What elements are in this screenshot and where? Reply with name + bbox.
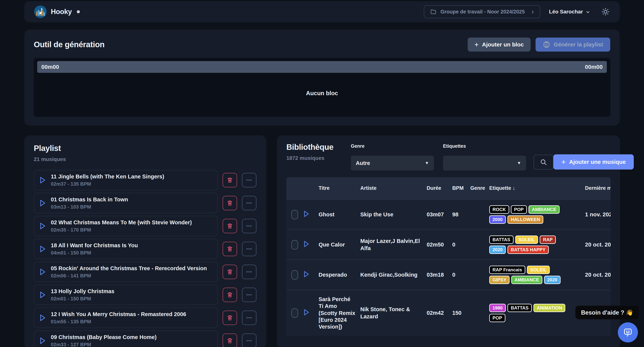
delete-song-button[interactable]	[223, 242, 237, 256]
generation-tool-card: Outil de génération + Ajouter un bloc Gé…	[24, 30, 620, 126]
play-icon[interactable]	[40, 176, 46, 184]
add-block-button[interactable]: + Ajouter un bloc	[468, 38, 530, 52]
user-menu[interactable]: Léo Sarochar	[549, 9, 590, 15]
search-button[interactable]	[534, 155, 553, 170]
ellipsis-icon: ...	[246, 244, 252, 251]
play-icon[interactable]	[40, 222, 46, 230]
sort-desc-icon: ↓	[512, 185, 515, 191]
more-options-button[interactable]: ...	[242, 219, 256, 233]
playlist-song-card[interactable]: 05 Rockin' Around the Christmas Tree - R…	[34, 262, 218, 282]
top-bar: Hooky Groupe de travail - Noor 2024/2025…	[24, 1, 620, 22]
generate-playlist-button[interactable]: Générer la playlist	[536, 38, 610, 52]
more-options-button[interactable]: ...	[242, 173, 256, 187]
more-options-button[interactable]: ...	[242, 310, 256, 325]
delete-song-button[interactable]	[223, 265, 237, 279]
genre-select[interactable]: Autre ▼	[351, 156, 434, 170]
play-icon[interactable]	[40, 245, 46, 252]
playlist-item: 12 I Wish You A Merry Christmas - Remast…	[34, 308, 257, 328]
col-header-duration[interactable]: Durée	[427, 184, 452, 192]
playlist-count: 21 musiques	[34, 156, 257, 162]
row-title: Que Calor	[318, 241, 360, 248]
song-title: 09 Christmas (Baby Please Come Home)	[51, 334, 157, 340]
delete-song-button[interactable]	[223, 334, 237, 347]
tags-select[interactable]: ▼	[443, 156, 526, 170]
tag-badge: AMBIANCE	[511, 276, 542, 284]
row-checkbox[interactable]	[291, 270, 298, 280]
playlist-song-card[interactable]: 13 Holly Jolly Christmas 02m01 - 150 BPM	[34, 284, 218, 305]
trash-icon	[226, 200, 233, 206]
tag-badge: SOLEIL	[515, 236, 538, 244]
row-tags: 1980BATTASANIMATIONPOP	[489, 304, 571, 322]
add-music-button[interactable]: + Ajouter une musique	[553, 154, 634, 170]
song-meta: 02m35 - 170 BPM	[51, 227, 192, 233]
add-music-label: Ajouter une musique	[569, 159, 626, 165]
play-icon[interactable]	[40, 268, 46, 276]
delete-song-button[interactable]	[223, 173, 237, 187]
more-options-button[interactable]: ...	[242, 196, 256, 210]
tag-badge: BATTAS	[489, 236, 514, 244]
tag-badge: RAP	[540, 236, 556, 244]
row-duration: 02m42	[427, 310, 452, 316]
more-options-button[interactable]: ...	[242, 265, 256, 279]
song-title: 05 Rockin' Around the Christmas Tree - R…	[51, 265, 207, 272]
row-checkbox[interactable]	[291, 308, 298, 318]
play-icon[interactable]	[304, 240, 310, 248]
playlist-song-card[interactable]: 01 Christmas Is Back in Town 03m13 - 103…	[34, 193, 218, 213]
delete-song-button[interactable]	[223, 310, 237, 325]
hooky-logo-icon	[34, 6, 47, 18]
library-card: Bibliothèque 1872 musiques Genre Autre ▼…	[277, 136, 620, 347]
playlist-title: Playlist	[34, 144, 257, 153]
library-table-row: Sarà Perché Ti Amo (Scotty Remix [Euro 2…	[286, 290, 610, 336]
ellipsis-icon: ...	[246, 176, 252, 182]
song-title: 01 Christmas Is Back in Town	[51, 196, 128, 203]
timeline-start: 00m00	[41, 64, 59, 70]
col-header-title[interactable]: Titre	[318, 184, 360, 192]
col-header-bpm[interactable]: BPM	[452, 184, 470, 192]
col-header-tag[interactable]: Etiquette ↓	[489, 184, 585, 192]
tag-badge: ANIMATION	[534, 304, 565, 312]
theme-toggle-button[interactable]	[601, 8, 610, 16]
delete-song-button[interactable]	[223, 288, 237, 302]
song-meta: 02m06 - 141 BPM	[51, 273, 207, 279]
play-icon[interactable]	[40, 337, 46, 344]
play-icon[interactable]	[40, 200, 46, 207]
trash-icon	[226, 269, 233, 275]
song-title: 11 Jingle Bells (with The Ken Lane Singe…	[51, 174, 164, 180]
playlist-song-card[interactable]: 02 What Christmas Means To Me (with Stev…	[34, 216, 218, 236]
playlist-song-card[interactable]: 18 All I Want for Christmas Is You 04m01…	[34, 239, 218, 259]
delete-song-button[interactable]	[223, 196, 237, 210]
workspace-selector-button[interactable]: Groupe de travail - Noor 2024/2025 ›	[424, 5, 540, 18]
more-options-button[interactable]: ...	[242, 242, 256, 256]
play-icon[interactable]	[304, 309, 310, 316]
row-tags: BATTASSOLEILRAP2020BATTAS HAPPY	[489, 236, 571, 254]
status-dot	[77, 10, 80, 13]
row-title: Ghost	[318, 211, 360, 218]
play-icon[interactable]	[40, 314, 46, 322]
play-icon[interactable]	[40, 291, 46, 298]
chat-support-button[interactable]	[618, 322, 638, 342]
col-header-genre[interactable]: Genre	[470, 184, 489, 192]
playlist-song-card[interactable]: 12 I Wish You A Merry Christmas - Remast…	[34, 308, 218, 328]
playlist-song-card[interactable]: 11 Jingle Bells (with The Ken Lane Singe…	[34, 170, 218, 190]
tag-badge: SOLEIL	[527, 266, 550, 274]
playlist-song-card[interactable]: 09 Christmas (Baby Please Come Home) 02m…	[34, 330, 218, 347]
genre-select-value: Autre	[356, 160, 370, 166]
col-header-modified[interactable]: Dernière modification	[585, 184, 610, 192]
play-icon[interactable]	[304, 210, 310, 217]
tag-badge: BATTAS HAPPY	[508, 246, 548, 254]
trash-icon	[226, 246, 233, 252]
more-options-button[interactable]: ...	[242, 288, 256, 302]
row-artist: Major Lazer,J Balvin,El Alfa	[360, 238, 427, 252]
chevron-down-icon	[586, 10, 590, 14]
more-options-button[interactable]: ...	[242, 334, 256, 347]
play-icon[interactable]	[304, 271, 310, 278]
row-checkbox[interactable]	[291, 240, 298, 250]
row-artist: Nik Stone, Tonec & Lazard	[360, 306, 427, 320]
col-header-artist[interactable]: Artiste	[360, 184, 427, 192]
timeline-bar[interactable]: 00m00 00m00	[37, 61, 607, 73]
row-checkbox[interactable]	[291, 210, 298, 220]
library-table-row: Desperado Kendji Girac,Soolking 03m18 0 …	[286, 260, 610, 290]
song-meta: 02m37 - 135 BPM	[51, 181, 164, 187]
caret-down-icon: ▼	[517, 160, 521, 166]
delete-song-button[interactable]	[223, 219, 237, 233]
